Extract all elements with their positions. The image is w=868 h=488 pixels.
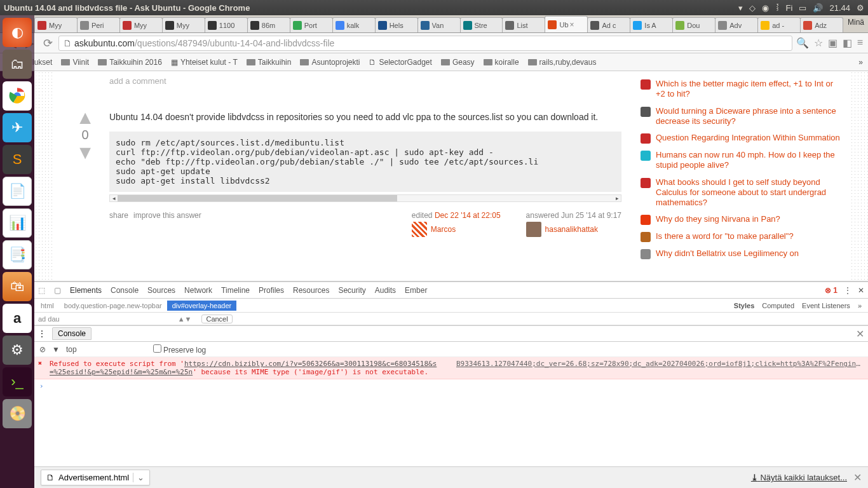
console-prompt[interactable]: › [34,379,868,393]
scroll-thumb[interactable] [118,195,397,201]
hot-question-link[interactable]: What books should I get to self study be… [656,177,844,208]
browser-tab[interactable]: Myy [119,17,163,32]
amazon-app-icon[interactable]: a [3,304,32,333]
hot-question-link[interactable]: Question Regarding Integration Within Su… [656,133,840,144]
browser-tab[interactable]: Ad c [587,17,630,32]
author-avatar[interactable] [526,222,541,237]
browser-tab[interactable]: Stre [460,17,503,32]
sublime-app-icon[interactable]: S [3,145,32,174]
scroll-left-icon[interactable]: ◂ [110,195,118,201]
bookmarks-overflow[interactable]: » [858,58,863,67]
browser-tab[interactable]: Port [290,17,333,32]
browser-tab[interactable]: List [502,17,545,32]
browser-tab[interactable]: Ub× [545,16,588,32]
devtools-tab[interactable]: Resources [293,283,329,297]
zoom-icon[interactable]: 🔍 [796,37,809,49]
bookmark-item[interactable]: 🗋SelectorGadget [369,58,431,67]
site-info-icon[interactable]: 🗋 [63,38,72,48]
browser-tab[interactable]: Myy [34,17,78,32]
scroll-right-icon[interactable]: ▸ [613,195,621,201]
preserve-log-checkbox[interactable] [153,344,161,353]
bookmark-item[interactable]: Taikkuihin [247,58,292,67]
styles-tab[interactable]: Styles [734,302,754,309]
console-drawer-tab[interactable]: Console [52,327,92,340]
inspect-icon[interactable]: ⬚ [38,286,45,295]
editor-avatar[interactable] [412,222,427,237]
volume-icon[interactable]: 🔊 [813,3,823,13]
devtools-menu-icon[interactable]: ⋮ [844,286,851,295]
writer-app-icon[interactable]: 📄 [3,177,32,206]
devtools-tab[interactable]: Sources [147,283,175,297]
bookmark-item[interactable]: ▦Yhteiset kulut - T [171,58,238,67]
address-bar[interactable]: 🗋 askubuntu.com/questions/487949/ubuntu-… [58,36,792,51]
context-select[interactable]: top [66,345,77,354]
browser-tab[interactable]: Hels [375,17,418,32]
terminal-app-icon[interactable]: ›_ [3,367,32,396]
code-scrollbar[interactable]: ◂ ▸ [109,194,621,202]
crumb-item-selected[interactable]: div#overlay-header [167,301,237,311]
devtools-tab[interactable]: Timeline [221,283,250,297]
editor-name[interactable]: Marcos [431,225,456,234]
bookmark-item[interactable]: Asuntoprojekti [300,58,360,67]
battery-icon[interactable]: ▭ [799,3,806,13]
console-drawer-close-icon[interactable]: ✕ [856,328,864,340]
chrome-profile[interactable]: Minä [848,18,864,27]
hot-question-link[interactable]: Why didn't Bellatrix use Legilimency on [656,248,799,259]
browser-tab[interactable]: Is A [630,17,673,32]
dropbox-icon[interactable]: ◇ [749,3,756,13]
hot-question-link[interactable]: Humans can now run 40 mph. How do I keep… [656,150,844,171]
author-name[interactable]: hasanalikhattak [545,225,598,234]
browser-tab[interactable]: ad - [757,17,801,32]
calc-app-icon[interactable]: 📊 [3,208,32,238]
chrome-menu-icon[interactable]: ≡ [857,37,863,49]
cancel-button[interactable]: Cancel [201,315,232,323]
browser-tab[interactable]: Myy [162,17,205,32]
devtools-tab[interactable]: Security [338,283,365,297]
dvd-app-icon[interactable]: 📀 [3,399,32,428]
devtools-tab[interactable]: Audits [375,283,396,297]
browser-tab[interactable]: kalk [332,17,376,32]
reload-button[interactable]: ⟳ [41,36,55,50]
device-icon[interactable]: ▢ [54,286,61,295]
show-all-downloads-link[interactable]: ⤓ Näytä kaikki lataukset... [751,473,847,482]
bookmark-item[interactable]: Geasy [441,58,475,67]
listeners-tab[interactable]: Event Listeners [802,302,850,309]
clock[interactable]: 21.44 [829,3,850,13]
wifi-icon[interactable]: ⸾ [775,3,780,13]
settings-app-icon[interactable]: ⚙ [3,336,32,365]
browser-tab[interactable]: Peri [77,17,120,32]
addclass-input[interactable]: ad dau [38,315,60,323]
extension-icon[interactable]: ◧ [843,37,852,49]
devtools-tab[interactable]: Network [184,283,212,297]
chrome-app-icon[interactable] [3,81,32,111]
crumb-item[interactable]: body.question-page.new-topbar [59,301,167,311]
devtools-tab[interactable]: Ember [405,283,427,297]
error-counter[interactable]: ⊗ 1 [825,286,837,295]
bookmark-item[interactable]: koiralle [484,58,519,67]
crumb-item[interactable]: html [36,301,59,311]
clear-console-icon[interactable]: ⊘ [39,345,46,354]
more-tabs-icon[interactable]: » [858,302,862,309]
bookmark-item[interactable]: Viinit [61,58,89,67]
telegram-app-icon[interactable]: ✈ [3,113,32,142]
cast-icon[interactable]: ▣ [828,37,837,49]
browser-tab[interactable]: Adz [800,17,843,32]
close-downloads-icon[interactable]: ✕ [853,471,862,484]
upvote-button[interactable]: ▲ [72,111,98,124]
hot-question-link[interactable]: Is there a word for "to make parallel"? [656,231,794,242]
hot-question-link[interactable]: Why do they sing Nirvana in Pan? [656,214,780,225]
filter-icon[interactable]: ▼ [52,345,60,354]
browser-tab[interactable]: Dou [672,17,715,32]
session-icon[interactable]: ⚙ [857,3,864,13]
impress-app-icon[interactable]: 📑 [3,240,32,269]
downvote-button[interactable]: ▼ [72,146,98,159]
keyboard-layout[interactable]: Fi [786,3,793,13]
devtools-tab[interactable]: Profiles [259,283,284,297]
computed-tab[interactable]: Computed [762,302,794,309]
console-drawer-menu-icon[interactable]: ⋮ [38,329,46,338]
bookmark-item[interactable]: rails,ruby,devaus [528,58,597,67]
share-link[interactable]: share [109,211,128,237]
devtools-close-icon[interactable]: ✕ [858,286,864,295]
hot-question-link[interactable]: Which is the better magic item effect, +… [656,79,844,100]
devtools-tab[interactable]: Console [111,283,139,297]
